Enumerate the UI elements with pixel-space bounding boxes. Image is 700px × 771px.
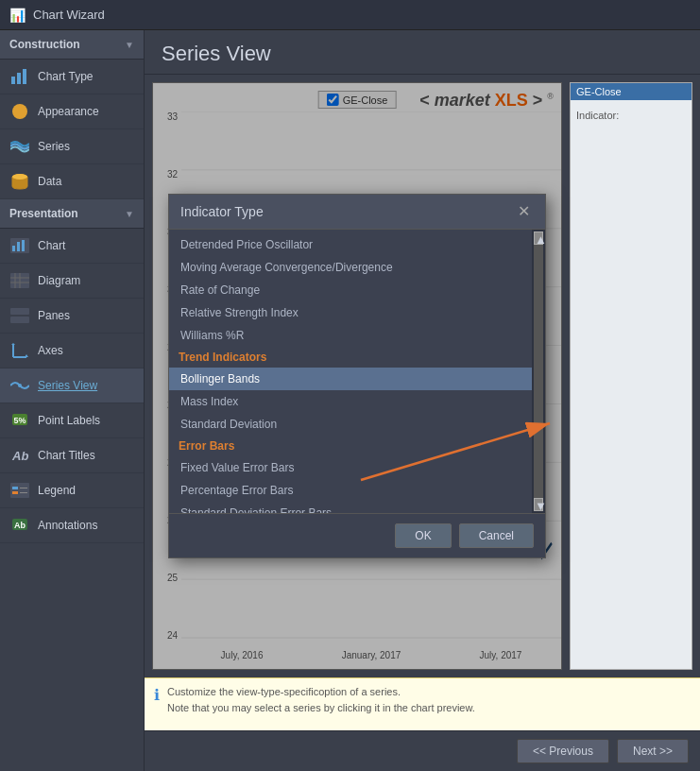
modal-cancel-button[interactable]: Cancel — [459, 523, 534, 548]
modal-scrollbar[interactable]: ▲ ▼ — [532, 230, 545, 513]
svg-rect-16 — [10, 317, 29, 323]
svg-marker-19 — [25, 354, 28, 357]
title-bar: 📊 Chart Wizard — [0, 0, 700, 30]
app-icon: 📊 — [9, 8, 26, 23]
svg-rect-25 — [10, 483, 29, 498]
sidebar-item-data[interactable]: Data — [0, 164, 144, 199]
chart-preview[interactable]: GE-Close < market XLS > ® 33 32 31 — [152, 82, 562, 670]
svg-rect-26 — [12, 487, 18, 489]
svg-rect-15 — [10, 308, 29, 315]
chart-area-wrapper: GE-Close < market XLS > ® 33 32 31 — [145, 75, 700, 677]
series-view-label: Series View — [38, 379, 97, 392]
info-bar: ℹ Customize the view-type-specificoption… — [145, 677, 700, 730]
data-icon — [9, 171, 30, 192]
sidebar-item-legend[interactable]: Legend — [0, 473, 144, 508]
svg-rect-2 — [23, 69, 26, 84]
data-label: Data — [38, 175, 61, 188]
chart-label: Chart — [38, 239, 65, 252]
app-title: Chart Wizard — [33, 8, 105, 22]
sidebar-item-diagram[interactable]: Diagram — [0, 264, 144, 299]
svg-rect-7 — [12, 246, 15, 251]
indicator-type-modal: Indicator Type ✕ Detrended Price Oscilla… — [168, 194, 546, 558]
chart-titles-label: Chart Titles — [38, 449, 95, 462]
annotations-label: Annotations — [38, 519, 97, 532]
presentation-arrow: ▼ — [125, 209, 134, 219]
series-label: Series — [38, 140, 70, 153]
scrollbar-down[interactable]: ▼ — [534, 498, 543, 511]
sidebar-item-annotations[interactable]: Ab Annotations — [0, 508, 144, 543]
svg-rect-9 — [22, 240, 25, 251]
modal-close-button[interactable]: ✕ — [514, 202, 534, 221]
construction-section-header[interactable]: Construction ▼ — [0, 30, 144, 60]
legend-label: Legend — [38, 484, 76, 497]
point-labels-icon: 5% — [9, 410, 30, 431]
modal-body: Detrended Price Oscillator Moving Averag… — [169, 230, 545, 513]
list-item-rate-of-change[interactable]: Rate of Change — [169, 279, 532, 301]
sidebar: Construction ▼ Chart Type Appearance — [0, 30, 145, 771]
list-item-bollinger[interactable]: Bollinger Bands — [169, 368, 532, 390]
legend-icon — [9, 480, 30, 501]
info-text-line1: Customize the view-type-specificoption o… — [167, 684, 475, 700]
diagram-label: Diagram — [38, 274, 80, 287]
sidebar-item-chart[interactable]: Chart — [0, 229, 144, 264]
appearance-label: Appearance — [38, 105, 99, 118]
svg-point-5 — [12, 174, 27, 180]
sidebar-item-series[interactable]: Series — [0, 129, 144, 164]
content-header: Series View — [145, 30, 700, 75]
svg-text:Ab: Ab — [11, 449, 28, 463]
list-item-std-dev[interactable]: Standard Deviation — [169, 413, 532, 436]
list-item-rsi[interactable]: Relative Strength Index — [169, 301, 532, 324]
svg-marker-20 — [11, 343, 15, 345]
sidebar-item-series-view[interactable]: Series View — [0, 368, 144, 403]
list-item-mass-index[interactable]: Mass Index — [169, 390, 532, 413]
nav-buttons: << Previous Next >> — [145, 730, 700, 771]
axes-label: Axes — [38, 344, 63, 357]
construction-label: Construction — [9, 38, 80, 51]
previous-button[interactable]: << Previous — [517, 739, 609, 763]
svg-text:5%: 5% — [13, 416, 26, 425]
presentation-section-header[interactable]: Presentation ▼ — [0, 199, 144, 229]
modal-footer: OK Cancel — [169, 513, 545, 557]
info-text-line2: Note that you may select a series by cli… — [167, 700, 475, 716]
modal-ok-button[interactable]: OK — [395, 523, 451, 548]
sidebar-item-point-labels[interactable]: 5% Point Labels — [0, 403, 144, 438]
construction-arrow: ▼ — [125, 40, 134, 50]
svg-rect-27 — [12, 491, 18, 494]
sidebar-item-panes[interactable]: Panes — [0, 299, 144, 334]
series-icon — [9, 136, 30, 157]
sidebar-item-chart-type[interactable]: Chart Type — [0, 60, 144, 94]
list-item-std-dev-error[interactable]: Standard Deviation Error Bars — [169, 502, 532, 513]
info-text: Customize the view-type-specificoption o… — [167, 684, 475, 715]
svg-rect-0 — [11, 77, 15, 84]
trend-category-label: Trend Indicators — [169, 347, 532, 368]
list-item-percentage[interactable]: Percentage Error Bars — [169, 479, 532, 502]
scrollbar-up[interactable]: ▲ — [534, 231, 543, 245]
point-labels-label: Point Labels — [38, 414, 100, 427]
right-panel: GE-Close Indicator: — [570, 82, 692, 670]
sidebar-item-axes[interactable]: Axes — [0, 334, 144, 368]
right-panel-indicator-label: Indicator: — [576, 106, 686, 125]
svg-rect-1 — [17, 73, 21, 84]
sidebar-item-appearance[interactable]: Appearance — [0, 94, 144, 129]
chart-type-label: Chart Type — [38, 70, 93, 83]
modal-title: Indicator Type — [180, 204, 264, 219]
right-panel-title: GE-Close — [571, 83, 691, 100]
modal-header: Indicator Type ✕ — [169, 195, 545, 230]
next-button[interactable]: Next >> — [617, 739, 689, 763]
appearance-icon — [9, 101, 30, 122]
info-icon: ℹ — [154, 686, 160, 704]
list-item-williams[interactable]: Williams %R — [169, 324, 532, 347]
modal-list[interactable]: Detrended Price Oscillator Moving Averag… — [169, 230, 532, 513]
error-bars-category-label: Error Bars — [169, 436, 532, 456]
list-item-macd[interactable]: Moving Average Convergence/Divergence — [169, 256, 532, 279]
svg-rect-8 — [17, 242, 20, 251]
chart-icon — [9, 235, 30, 256]
modal-overlay: Indicator Type ✕ Detrended Price Oscilla… — [153, 83, 561, 669]
chart-type-icon — [9, 66, 30, 87]
svg-point-3 — [12, 104, 27, 119]
list-item-detrended[interactable]: Detrended Price Oscillator — [169, 233, 532, 256]
axes-icon — [9, 340, 30, 361]
list-item-fixed-value[interactable]: Fixed Value Error Bars — [169, 456, 532, 479]
svg-point-21 — [18, 384, 22, 387]
sidebar-item-chart-titles[interactable]: Ab Chart Titles — [0, 438, 144, 473]
